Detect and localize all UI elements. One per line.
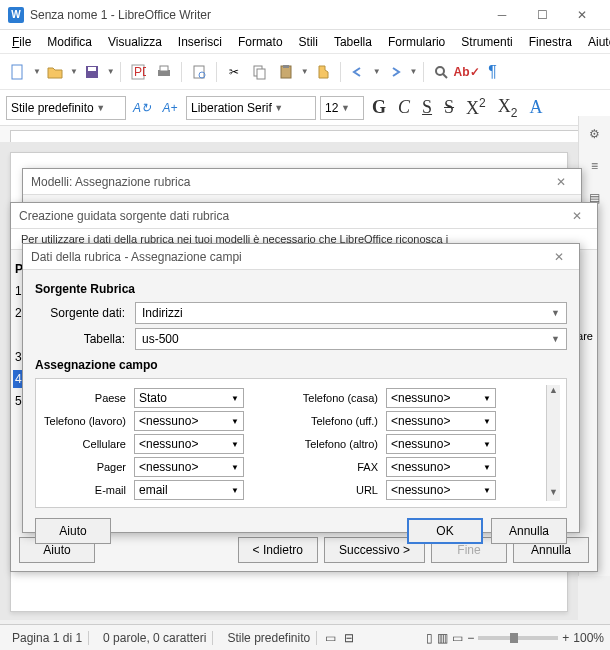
cut-icon[interactable]: ✂ (222, 60, 246, 84)
field-source[interactable]: Indirizzi ▼ (135, 302, 567, 324)
highlight-button[interactable]: A (525, 95, 546, 120)
assign-select[interactable]: <nessuno>▼ (134, 411, 244, 431)
field-assignment-ok-button[interactable]: OK (407, 518, 483, 544)
copy-icon[interactable] (248, 60, 272, 84)
formatting-marks-icon[interactable]: ¶ (481, 60, 505, 84)
view-single-icon[interactable]: ▯ (426, 631, 433, 645)
menu-finestra[interactable]: Finestra (521, 33, 580, 51)
field-assignment-help-button[interactable]: Aiuto (35, 518, 111, 544)
menu-inserisci[interactable]: Inserisci (170, 33, 230, 51)
assign-select[interactable]: <nessuno>▼ (386, 480, 496, 500)
assign-select[interactable]: <nessuno>▼ (386, 411, 496, 431)
print-preview-icon[interactable] (187, 60, 211, 84)
zoom-out-icon[interactable]: − (467, 631, 474, 645)
assign-row: E-mailemail▼ (42, 480, 294, 500)
close-button[interactable]: ✕ (562, 1, 602, 29)
assign-select[interactable]: <nessuno>▼ (386, 434, 496, 454)
zoom-value[interactable]: 100% (573, 631, 604, 645)
dialog-wizard-close-icon[interactable]: ✕ (565, 209, 589, 223)
zoom-slider[interactable] (478, 636, 558, 640)
view-book-icon[interactable]: ▭ (452, 631, 463, 645)
assign-select[interactable]: <nessuno>▼ (134, 434, 244, 454)
print-icon[interactable] (152, 60, 176, 84)
menu-file[interactable]: File (4, 33, 39, 51)
open-icon[interactable] (43, 60, 67, 84)
menu-stili[interactable]: Stili (291, 33, 326, 51)
sidebar-settings-icon[interactable]: ⚙ (581, 120, 609, 148)
status-page[interactable]: Pagina 1 di 1 (6, 631, 89, 645)
menu-tabella[interactable]: Tabella (326, 33, 380, 51)
assign-select[interactable]: <nessuno>▼ (134, 457, 244, 477)
save-icon[interactable] (80, 60, 104, 84)
assign-row: Cellulare<nessuno>▼ (42, 434, 294, 454)
dialog-field-assignment-title: Dati della rubrica - Assegnazione campi (31, 250, 547, 264)
assign-value: <nessuno> (391, 437, 450, 451)
update-style-icon[interactable]: A↻ (130, 96, 154, 120)
clone-format-icon[interactable] (311, 60, 335, 84)
maximize-button[interactable]: ☐ (522, 1, 562, 29)
dialog-field-assignment: Dati della rubrica - Assegnazione campi … (22, 243, 580, 533)
spellcheck-icon[interactable]: Ab✓ (455, 60, 479, 84)
font-name-combo[interactable]: Liberation Serif ▼ (186, 96, 316, 120)
italic-button[interactable]: C (394, 95, 414, 120)
assign-value: Stato (139, 391, 167, 405)
assignment-scrollbar[interactable]: ▲ ▼ (546, 385, 560, 501)
export-pdf-icon[interactable]: PDF (126, 60, 150, 84)
status-language-icon[interactable]: ▭ (325, 631, 336, 645)
dialog-field-assignment-close-icon[interactable]: ✕ (547, 250, 571, 264)
assign-select[interactable]: <nessuno>▼ (386, 457, 496, 477)
underline-button[interactable]: S (418, 95, 436, 120)
menu-visualizza[interactable]: Visualizza (100, 33, 170, 51)
menu-strumenti[interactable]: Strumenti (453, 33, 520, 51)
assign-select[interactable]: Stato▼ (134, 388, 244, 408)
scroll-down-icon[interactable]: ▼ (547, 487, 560, 501)
scroll-up-icon[interactable]: ▲ (547, 385, 560, 399)
paragraph-style-combo[interactable]: Stile predefinito ▼ (6, 96, 126, 120)
paste-icon[interactable] (274, 60, 298, 84)
undo-icon[interactable] (346, 60, 370, 84)
dialog-templates-close-icon[interactable]: ✕ (549, 175, 573, 189)
status-insert-icon[interactable]: ⊟ (344, 631, 354, 645)
menu-modifica[interactable]: Modifica (39, 33, 100, 51)
assign-label: Telefono (casa) (294, 392, 386, 404)
status-words[interactable]: 0 parole, 0 caratteri (97, 631, 213, 645)
window-title: Senza nome 1 - LibreOffice Writer (30, 8, 482, 22)
chevron-down-icon: ▼ (231, 394, 239, 403)
menu-formulario[interactable]: Formulario (380, 33, 453, 51)
assign-row: Telefono (uff.)<nessuno>▼ (294, 411, 546, 431)
menu-aiuto[interactable]: Aiuto (580, 33, 610, 51)
assign-value: <nessuno> (391, 460, 450, 474)
chevron-down-icon: ▼ (231, 486, 239, 495)
find-icon[interactable] (429, 60, 453, 84)
menu-formato[interactable]: Formato (230, 33, 291, 51)
assign-label: Cellulare (42, 438, 134, 450)
field-table[interactable]: us-500 ▼ (135, 328, 567, 350)
subscript-button[interactable]: X2 (494, 94, 522, 122)
assign-select[interactable]: email▼ (134, 480, 244, 500)
status-style[interactable]: Stile predefinito (221, 631, 317, 645)
chevron-down-icon: ▼ (483, 417, 491, 426)
font-size-value: 12 (325, 101, 338, 115)
svg-rect-10 (257, 69, 265, 79)
strikethrough-button[interactable]: S (440, 95, 458, 120)
assignment-right-col: Telefono (casa)<nessuno>▼Telefono (uff.)… (294, 385, 546, 501)
bold-button[interactable]: G (368, 95, 390, 120)
assign-row: PaeseStato▼ (42, 388, 294, 408)
field-assignment-cancel-button[interactable]: Annulla (491, 518, 567, 544)
font-size-combo[interactable]: 12 ▼ (320, 96, 364, 120)
assignment-left-col: PaeseStato▼Telefono (lavoro)<nessuno>▼Ce… (42, 385, 294, 501)
assign-select[interactable]: <nessuno>▼ (386, 388, 496, 408)
assign-row: Telefono (lavoro)<nessuno>▼ (42, 411, 294, 431)
chevron-down-icon: ▼ (483, 463, 491, 472)
minimize-button[interactable]: ─ (482, 1, 522, 29)
superscript-button[interactable]: X2 (462, 94, 490, 121)
zoom-in-icon[interactable]: + (562, 631, 569, 645)
assign-label: Pager (42, 461, 134, 473)
new-style-icon[interactable]: A+ (158, 96, 182, 120)
new-icon[interactable] (6, 60, 30, 84)
redo-icon[interactable] (383, 60, 407, 84)
svg-line-14 (443, 74, 447, 78)
sidebar-properties-icon[interactable]: ≡ (581, 152, 609, 180)
assign-row: Pager<nessuno>▼ (42, 457, 294, 477)
view-multi-icon[interactable]: ▥ (437, 631, 448, 645)
